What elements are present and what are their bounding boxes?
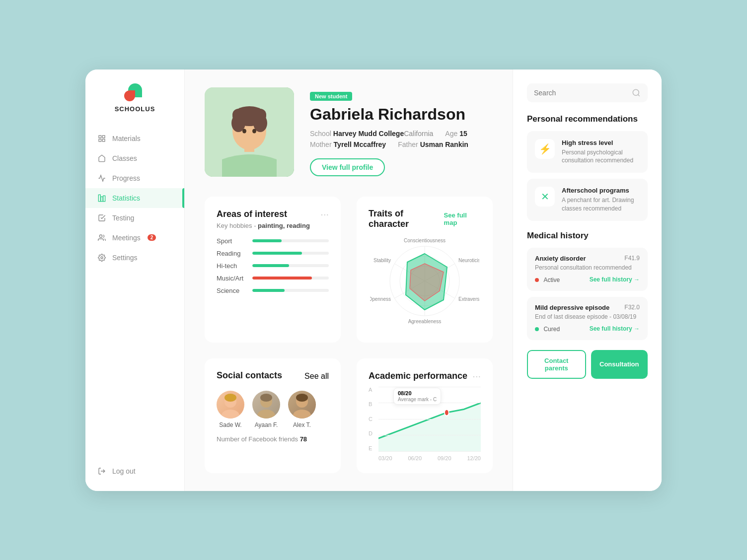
x-label-3: 09/20: [438, 455, 451, 461]
interest-bar-row-4: Science: [217, 287, 329, 294]
academic-chart: A B C D E: [369, 387, 481, 461]
areas-more-btn[interactable]: ···: [320, 209, 329, 220]
view-profile-button[interactable]: View full profile: [310, 158, 385, 176]
sidebar-item-settings[interactable]: Settings: [85, 248, 184, 268]
contact-2: Ayaan F.: [252, 391, 280, 428]
svg-text:Agreeableness: Agreeableness: [408, 319, 442, 324]
x-label-4: 12/20: [467, 455, 481, 461]
y-label-d: D: [369, 430, 376, 436]
mark-bubble: 08/20 Average mark - C: [393, 388, 441, 405]
traits-title: Traits of character: [369, 209, 444, 229]
interest-bar-fill-4: [252, 289, 285, 292]
areas-title-row: Areas of interest ···: [217, 209, 329, 220]
logo-icon: [124, 83, 146, 101]
student-meta-school: School Harvey Mudd CollegeCalifornia Age…: [310, 130, 493, 138]
medical-title: Medical history: [527, 231, 648, 241]
interest-bar-bg-0: [252, 239, 329, 242]
app-container: SCHOOLUS Materials Classes Progress Stat: [85, 70, 662, 491]
svg-text:Neuroticism: Neuroticism: [458, 258, 479, 263]
mother-label: Mother: [310, 140, 332, 148]
interest-bar-row-1: Reading: [217, 250, 329, 257]
logout-button[interactable]: Log out: [85, 461, 184, 481]
sidebar-item-materials[interactable]: Materials: [85, 129, 184, 148]
interest-bar-fill-0: [252, 239, 282, 242]
main-content: New student Gabriela Richardson School H…: [185, 70, 513, 491]
facebook-friends: Number of Facebook friends 78: [217, 435, 329, 443]
profile-header: New student Gabriela Richardson School H…: [205, 87, 493, 177]
rec-icon-stress: ⚡: [535, 139, 555, 159]
x-label-2: 06/20: [408, 455, 422, 461]
medical-desc-anxiety: Personal consultation recommended: [535, 264, 640, 271]
status-text-anxiety: Active: [543, 277, 560, 283]
svg-text:Conscientiousness: Conscientiousness: [404, 238, 446, 243]
medical-title-depressive: Mild depressive episode: [535, 304, 609, 311]
contact-avatar-3: [288, 391, 316, 419]
interest-bar-row-3: Music/Art: [217, 275, 329, 282]
sidebar-item-statistics[interactable]: Statistics: [85, 188, 184, 208]
sections-grid: Areas of interest ··· Key hobbies - pain…: [205, 197, 493, 473]
facebook-count: 78: [300, 435, 307, 443]
svg-rect-4: [98, 195, 100, 201]
progress-icon: [97, 174, 106, 183]
rec-content-afterschool: Afterschool programs A penchant for art.…: [562, 187, 640, 213]
contact-parents-button[interactable]: Contact parents: [527, 350, 586, 379]
sidebar-label-progress: Progress: [112, 174, 140, 182]
svg-rect-3: [99, 139, 101, 141]
rec-card-afterschool: ✕ Afterschool programs A penchant for ar…: [527, 179, 648, 221]
father-value: Usman Rankin: [420, 140, 468, 148]
svg-rect-5: [101, 197, 103, 201]
search-box[interactable]: [527, 83, 648, 102]
academic-more-btn[interactable]: ···: [472, 370, 481, 382]
school-label: School: [310, 130, 331, 138]
areas-title: Areas of interest: [217, 209, 287, 219]
status-dot-depressive: [535, 327, 539, 331]
interest-bar-bg-3: [252, 277, 329, 280]
meetings-badge: 2: [148, 234, 156, 241]
medical-header-anxiety: Anxiety disorder F41.9: [535, 255, 640, 262]
contact-name-1: Sade W.: [219, 421, 241, 428]
interest-label-3: Music/Art: [217, 275, 246, 282]
age-label: Age: [445, 130, 457, 138]
rec-desc-stress: Personal psychological consultation reco…: [562, 148, 640, 165]
svg-line-50: [638, 94, 639, 96]
history-link-depressive[interactable]: See full history →: [590, 325, 640, 332]
search-icon: [632, 88, 641, 97]
svg-marker-47: [378, 403, 481, 451]
logout-label: Log out: [112, 467, 136, 475]
rec-desc-afterschool: A penchant for art. Drawing classes reco…: [562, 196, 640, 213]
school-value: Harvey Mudd CollegeCalifornia: [333, 130, 434, 138]
contact-name-3: Alex T.: [293, 421, 311, 428]
interest-bar-bg-2: [252, 264, 329, 267]
svg-text:Extraversion: Extraversion: [458, 296, 479, 302]
interest-label-2: Hi-tech: [217, 262, 246, 270]
medical-code-depressive: F32.0: [624, 304, 640, 311]
profile-info: New student Gabriela Richardson School H…: [310, 87, 493, 176]
search-input[interactable]: [534, 89, 628, 97]
social-see-all[interactable]: See all: [304, 372, 329, 381]
sidebar-label-statistics: Statistics: [112, 194, 140, 202]
right-panel: Personal recommendations ⚡ High stress l…: [513, 70, 662, 491]
svg-text:Openness: Openness: [370, 296, 391, 302]
status-text-depressive: Cured: [543, 326, 560, 333]
sidebar-label-testing: Testing: [112, 214, 134, 222]
x-label-1: 03/20: [378, 455, 392, 461]
sidebar-item-progress[interactable]: Progress: [85, 168, 184, 188]
statistics-icon: [97, 194, 106, 203]
sidebar-label-meetings: Meetings: [112, 234, 141, 242]
age-value: 15: [459, 130, 467, 138]
sidebar-item-classes[interactable]: Classes: [85, 148, 184, 168]
hobbies-value: painting, reading: [258, 222, 310, 229]
history-link-anxiety[interactable]: See full history →: [590, 276, 640, 283]
traits-title-row: Traits of character See full map: [369, 209, 481, 229]
rec-content-stress: High stress level Personal psychological…: [562, 139, 640, 165]
consultation-button[interactable]: Consultation: [591, 350, 648, 379]
traits-see-link[interactable]: See full map: [444, 211, 481, 226]
sidebar-item-testing[interactable]: Testing: [85, 208, 184, 228]
sidebar-label-classes: Classes: [112, 154, 137, 162]
rec-icon-afterschool: ✕: [535, 187, 555, 207]
radar-chart: Conscientiousness Neuroticism Extraversi…: [370, 231, 479, 331]
interest-bar-row-0: Sport: [217, 237, 329, 245]
sidebar-item-meetings[interactable]: Meetings 2: [85, 228, 184, 248]
interest-label-1: Reading: [217, 250, 246, 257]
svg-point-18: [254, 109, 266, 121]
